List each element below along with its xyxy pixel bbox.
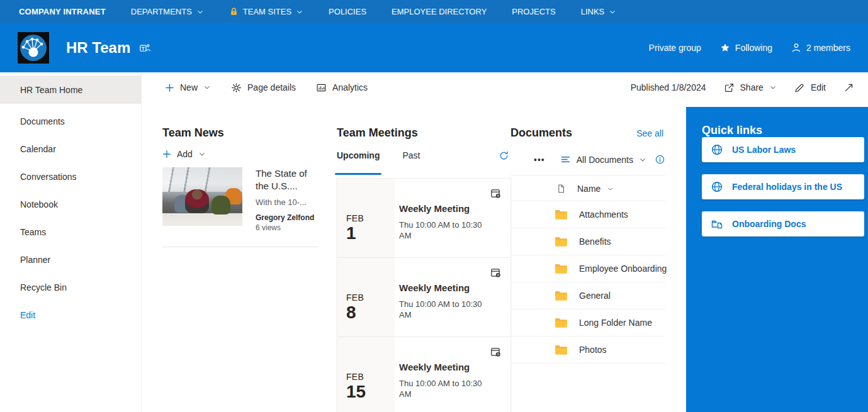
chevron-down-icon xyxy=(607,186,614,192)
nav-team-sites[interactable]: TEAM SITES xyxy=(229,7,303,16)
meeting-item[interactable]: FEB 1 Weekly Meeting Thu 10:00 AM to 10:… xyxy=(337,179,510,258)
recurring-event-icon xyxy=(490,187,502,199)
plus-icon xyxy=(165,83,174,92)
folder-icon xyxy=(555,209,568,220)
tab-past[interactable]: Past xyxy=(402,150,420,169)
chevron-down-icon xyxy=(769,84,777,91)
name-column-header[interactable]: Name xyxy=(510,184,665,194)
folder-row[interactable]: Attachments xyxy=(510,201,665,228)
edit-page-button[interactable]: Edit xyxy=(794,82,826,93)
command-bar: New Page details Analytics Published 1/8… xyxy=(142,72,868,103)
share-button[interactable]: Share xyxy=(724,82,777,93)
folder-row[interactable]: Employee Onboarding xyxy=(510,255,665,282)
meeting-time: Thu 10:00 AM to 10:30 AM xyxy=(399,299,495,320)
star-icon xyxy=(720,43,730,53)
plus-icon xyxy=(162,150,171,159)
meetings-list: FEB 1 Weekly Meeting Thu 10:00 AM to 10:… xyxy=(337,178,511,412)
team-news-section: Team News Add The State of the U.S.... W… xyxy=(162,126,318,247)
page-details-button[interactable]: Page details xyxy=(231,82,296,93)
folder-icon xyxy=(555,291,568,301)
folder-row[interactable]: Long Folder Name xyxy=(510,309,665,337)
site-title[interactable]: HR Team xyxy=(66,39,130,57)
expand-icon[interactable] xyxy=(843,82,854,93)
sidebar-item-conversations[interactable]: Conversations xyxy=(0,163,141,191)
nav-links[interactable]: LINKS xyxy=(581,7,617,16)
sidebar-item-recycle-bin[interactable]: Recycle Bin xyxy=(0,274,141,301)
chevron-down-icon xyxy=(639,156,646,164)
news-article-views: 6 views xyxy=(256,223,318,232)
gear-icon xyxy=(231,82,242,93)
meeting-time: Thu 10:00 AM to 10:30 AM xyxy=(399,220,495,241)
news-article-card[interactable]: The State of the U.S.... With the 10-...… xyxy=(162,167,318,232)
news-article-title[interactable]: The State of the U.S.... xyxy=(256,167,318,192)
folder-icon xyxy=(555,318,568,328)
folder-icon xyxy=(555,237,568,247)
team-meetings-section: Team Meetings Upcoming Past FEB 1 Weekly… xyxy=(337,126,511,412)
published-status: Published 1/8/2024 xyxy=(631,82,706,92)
meeting-item[interactable]: FEB 8 Weekly Meeting Thu 10:00 AM to 10:… xyxy=(337,258,510,337)
see-all-link[interactable]: See all xyxy=(636,128,663,138)
news-divider xyxy=(162,247,318,247)
sidebar-navigation: HR Team Home Documents Calendar Conversa… xyxy=(0,72,142,412)
news-article-image xyxy=(162,167,242,226)
following-button[interactable]: Following xyxy=(720,43,772,53)
chevron-down-icon xyxy=(198,150,206,158)
quick-link-onboarding-docs[interactable]: Onboarding Docs xyxy=(702,211,864,237)
share-icon xyxy=(724,82,735,93)
refresh-icon[interactable] xyxy=(499,150,509,161)
view-selector[interactable]: All Documents xyxy=(560,154,646,165)
quick-link-federal-holidays[interactable]: Federal holidays in the US xyxy=(702,174,864,199)
documents-section: Documents See all ••• All Documents Name xyxy=(510,126,665,364)
meeting-title: Weekly Meeting xyxy=(399,203,495,214)
nav-projects[interactable]: PROJECTS xyxy=(512,7,555,16)
site-logo[interactable] xyxy=(18,32,49,64)
nav-departments[interactable]: DEPARTMENTS xyxy=(131,7,204,16)
sidebar-item-notebook[interactable]: Notebook xyxy=(0,191,141,218)
folder-icon xyxy=(555,345,568,355)
meeting-date: FEB 15 xyxy=(337,337,395,412)
sidebar-item-calendar[interactable]: Calendar xyxy=(0,135,141,163)
sidebar-item-hr-team-home[interactable]: HR Team Home xyxy=(0,75,141,104)
chevron-down-icon xyxy=(609,8,616,16)
analytics-icon xyxy=(316,82,327,93)
sidebar-edit-link[interactable]: Edit xyxy=(0,301,141,329)
globe-icon xyxy=(711,143,723,156)
more-options-button[interactable]: ••• xyxy=(534,155,545,165)
chevron-down-icon xyxy=(296,8,303,16)
quick-link-us-labor-laws[interactable]: US Labor Laws xyxy=(702,137,864,162)
sidebar-item-documents[interactable]: Documents xyxy=(0,108,141,135)
site-header: HR Team Private group Following 2 member… xyxy=(0,23,868,72)
members-button[interactable]: 2 members xyxy=(791,43,850,53)
top-navigation-bar: COMPANY INTRANET DEPARTMENTS TEAM SITES … xyxy=(0,0,868,23)
view-list-icon xyxy=(560,154,571,165)
folder-row[interactable]: Photos xyxy=(510,337,665,364)
teams-icon xyxy=(139,42,151,54)
nav-policies[interactable]: POLICIES xyxy=(329,7,366,16)
privacy-label: Private group xyxy=(649,43,701,53)
news-article-excerpt: With the 10-... xyxy=(256,198,318,207)
person-icon xyxy=(791,43,801,53)
sidebar-item-teams[interactable]: Teams xyxy=(0,218,141,246)
recurring-event-icon xyxy=(490,267,502,279)
analytics-button[interactable]: Analytics xyxy=(316,82,368,93)
nav-employee-directory[interactable]: EMPLOYEE DIRECTORY xyxy=(392,7,487,16)
folder-row[interactable]: General xyxy=(510,282,665,309)
new-button[interactable]: New xyxy=(165,82,211,92)
pencil-icon xyxy=(794,82,805,93)
brand-link[interactable]: COMPANY INTRANET xyxy=(19,7,106,16)
quick-links-panel: Quick links US Labor Laws Federal holida… xyxy=(686,107,868,412)
meeting-item[interactable]: FEB 15 Weekly Meeting Thu 10:00 AM to 10… xyxy=(337,337,510,412)
info-icon[interactable] xyxy=(655,154,665,165)
globe-icon xyxy=(711,181,723,193)
meetings-tabs: Upcoming Past xyxy=(337,150,511,169)
chevron-down-icon xyxy=(196,8,204,16)
folder-docs-icon xyxy=(711,218,723,230)
folder-row[interactable]: Benefits xyxy=(510,228,665,255)
documents-divider xyxy=(510,175,665,175)
documents-list: Attachments Benefits Employee Onboarding… xyxy=(510,201,665,364)
sidebar-item-planner[interactable]: Planner xyxy=(0,246,141,274)
tab-upcoming[interactable]: Upcoming xyxy=(337,150,380,169)
add-news-button[interactable]: Add xyxy=(162,149,318,159)
lock-icon xyxy=(229,7,239,16)
meeting-date: FEB 8 xyxy=(337,258,395,337)
